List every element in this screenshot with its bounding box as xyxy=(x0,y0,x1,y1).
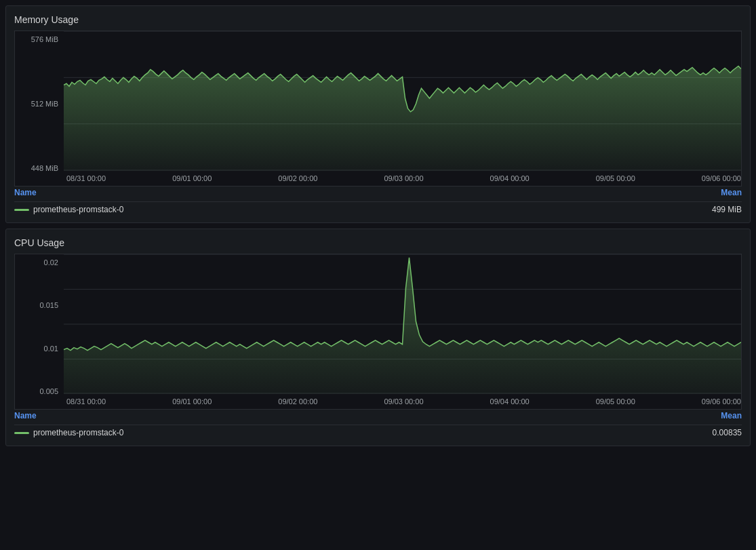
memory-legend-line-icon xyxy=(14,209,29,211)
memory-chart-inner: 08/31 00:00 09/01 00:00 09/02 00:00 09/0… xyxy=(64,31,741,186)
memory-legend-row: prometheus-promstack-0 499 MiB xyxy=(14,201,742,217)
memory-x-label-1: 09/01 00:00 xyxy=(172,174,212,182)
memory-series-mean: 499 MiB xyxy=(712,205,742,214)
cpu-y-label-2: 0.015 xyxy=(18,301,58,309)
cpu-legend-name-header: Name xyxy=(14,411,37,420)
cpu-series-label: prometheus-promstack-0 xyxy=(33,428,123,437)
cpu-y-label-3: 0.01 xyxy=(18,345,58,353)
memory-y-label-top: 576 MiB xyxy=(18,35,58,43)
memory-x-label-4: 09/04 00:00 xyxy=(490,174,530,182)
cpu-legend-item: prometheus-promstack-0 xyxy=(14,428,123,437)
cpu-x-label-5: 09/05 00:00 xyxy=(596,397,635,406)
cpu-y-axis: 0.02 0.015 0.01 0.005 xyxy=(15,254,64,409)
memory-x-label-3: 09/03 00:00 xyxy=(384,174,423,182)
memory-chart-svg xyxy=(64,31,741,171)
cpu-y-label-top: 0.02 xyxy=(18,258,58,267)
memory-chart-area: 576 MiB 512 MiB 448 MiB xyxy=(14,31,742,186)
memory-panel-title: Memory Usage xyxy=(14,14,742,25)
cpu-legend-mean-header: Mean xyxy=(721,411,742,420)
cpu-x-label-6: 09/06 00:00 xyxy=(702,397,741,406)
cpu-chart-svg xyxy=(64,254,741,394)
cpu-panel-title: CPU Usage xyxy=(14,237,742,248)
cpu-legend-header: Name Mean xyxy=(14,410,742,422)
memory-legend-name-header: Name xyxy=(14,188,37,197)
cpu-chart-area: 0.02 0.015 0.01 0.005 xyxy=(14,254,742,410)
cpu-x-label-1: 09/01 00:00 xyxy=(172,397,212,406)
cpu-x-label-3: 09/03 00:00 xyxy=(384,397,423,406)
memory-legend-mean-header: Mean xyxy=(721,188,742,197)
memory-y-axis: 576 MiB 512 MiB 448 MiB xyxy=(15,31,64,186)
cpu-x-label-4: 09/04 00:00 xyxy=(490,397,530,406)
memory-x-label-6: 09/06 00:00 xyxy=(702,174,741,182)
memory-legend-header: Name Mean xyxy=(14,186,742,199)
cpu-legend-line-icon xyxy=(14,432,29,434)
cpu-usage-panel: CPU Usage 0.02 0.015 0.01 0.005 xyxy=(5,229,751,446)
memory-y-label-bot: 448 MiB xyxy=(18,164,58,172)
cpu-x-label-2: 09/02 00:00 xyxy=(278,397,317,406)
cpu-series-mean: 0.00835 xyxy=(713,428,742,437)
cpu-x-label-0: 08/31 00:00 xyxy=(66,397,106,406)
memory-legend-item: prometheus-promstack-0 xyxy=(14,205,123,214)
cpu-legend-row: prometheus-promstack-0 0.00835 xyxy=(14,425,742,440)
cpu-chart-inner: 08/31 00:00 09/01 00:00 09/02 00:00 09/0… xyxy=(64,254,741,409)
memory-x-label-2: 09/02 00:00 xyxy=(278,174,317,182)
cpu-x-axis: 08/31 00:00 09/01 00:00 09/02 00:00 09/0… xyxy=(64,394,741,409)
cpu-y-label-bot: 0.005 xyxy=(18,387,58,395)
memory-x-label-5: 09/05 00:00 xyxy=(596,174,635,182)
memory-x-label-0: 08/31 00:00 xyxy=(66,174,106,182)
memory-x-axis: 08/31 00:00 09/01 00:00 09/02 00:00 09/0… xyxy=(64,171,741,186)
memory-series-label: prometheus-promstack-0 xyxy=(33,205,123,214)
memory-usage-panel: Memory Usage 576 MiB 512 MiB 448 MiB xyxy=(5,5,751,223)
memory-y-label-mid: 512 MiB xyxy=(18,100,58,108)
